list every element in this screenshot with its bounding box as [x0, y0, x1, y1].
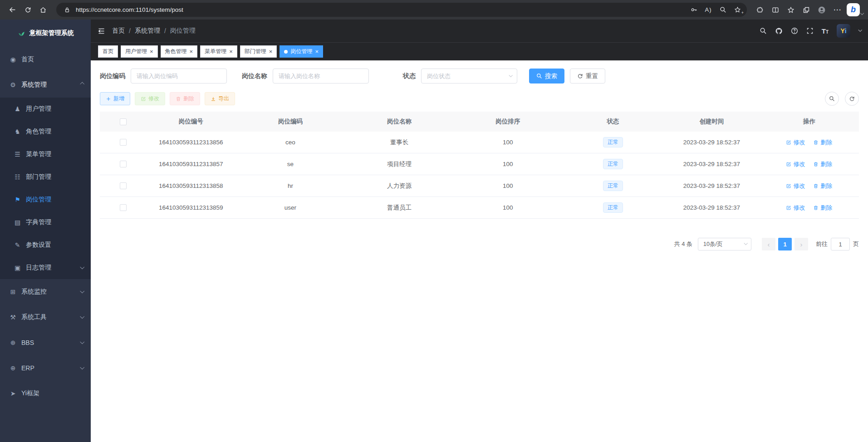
- fullscreen-icon[interactable]: [806, 27, 814, 34]
- goto-page-input[interactable]: [831, 238, 850, 250]
- browser-refresh-button[interactable]: [20, 2, 35, 18]
- tab-role-management[interactable]: 角色管理×: [161, 45, 198, 58]
- tab-menu-management[interactable]: 菜单管理×: [200, 45, 237, 58]
- delete-action-button[interactable]: 删除: [813, 204, 832, 212]
- address-bar[interactable]: https://ccnetcore.com:1101/system/post A…: [56, 3, 747, 17]
- font-size-icon[interactable]: TT: [822, 28, 829, 34]
- extensions-icon[interactable]: [752, 2, 768, 18]
- profile-avatar[interactable]: [814, 2, 829, 18]
- more-menu-icon[interactable]: ⋯: [829, 2, 845, 18]
- search-icon[interactable]: [760, 27, 767, 34]
- page-number-button[interactable]: 1: [778, 238, 792, 250]
- help-icon[interactable]: [791, 27, 798, 34]
- sidebar-item-user-management[interactable]: ♟ 用户管理: [0, 98, 91, 120]
- next-page-button[interactable]: ›: [794, 238, 808, 250]
- sidebar-item-dept-management[interactable]: ☷ 部门管理: [0, 166, 91, 188]
- sidebar-item-dict-management[interactable]: ▤ 字典管理: [0, 211, 91, 234]
- favorites-icon[interactable]: [783, 2, 799, 18]
- sidebar-fold-icon[interactable]: [98, 27, 105, 35]
- split-screen-icon[interactable]: [768, 2, 783, 18]
- toggle-search-button[interactable]: [825, 92, 839, 106]
- post-name-input[interactable]: [273, 69, 369, 83]
- breadcrumb-home[interactable]: 首页: [112, 27, 125, 35]
- favorites-add-icon[interactable]: +: [731, 4, 744, 16]
- collections-icon[interactable]: [799, 2, 814, 18]
- sidebar-item-param-settings[interactable]: ✎ 参数设置: [0, 234, 91, 256]
- edit-action-button[interactable]: 修改: [786, 138, 805, 147]
- reset-button[interactable]: 重置: [570, 69, 605, 83]
- row-checkbox[interactable]: [120, 182, 127, 189]
- edit-action-button[interactable]: 修改: [786, 204, 805, 212]
- post-code-input[interactable]: [131, 69, 227, 83]
- sidebar-item-bbs[interactable]: ⊕ BBS: [0, 330, 91, 355]
- cell-post-sort: 100: [454, 139, 562, 146]
- table-row: 1641030593112313858 hr 人力资源 100 正常 2023-…: [100, 175, 859, 197]
- edit-button[interactable]: 修改: [135, 92, 165, 105]
- browser-back-button[interactable]: [5, 2, 20, 18]
- user-avatar[interactable]: Yi: [837, 24, 850, 38]
- sidebar-item-system-tools[interactable]: ⚒ 系统工具: [0, 304, 91, 330]
- edit-icon: [786, 205, 791, 211]
- page-size-select[interactable]: 10条/页: [698, 238, 751, 250]
- sidebar-item-log-management[interactable]: ▣ 日志管理: [0, 256, 91, 279]
- cell-post-name: 普通员工: [345, 204, 453, 212]
- copilot-caret-icon[interactable]: [860, 11, 864, 15]
- edit-icon: ✎: [14, 241, 21, 249]
- search-button[interactable]: 搜索: [529, 69, 564, 83]
- sidebar-item-home[interactable]: ◉ 首页: [0, 47, 91, 72]
- avatar-dropdown-icon[interactable]: [858, 28, 862, 32]
- export-button[interactable]: 导出: [205, 92, 235, 105]
- edit-action-button[interactable]: 修改: [786, 182, 805, 190]
- zoom-icon[interactable]: [716, 4, 730, 16]
- cell-post-code: ceo: [235, 139, 345, 146]
- close-icon[interactable]: ×: [315, 49, 319, 54]
- url-text[interactable]: https://ccnetcore.com:1101/system/post: [76, 6, 687, 13]
- table-header-row: 岗位编号 岗位编码 岗位名称 岗位排序 状态 创建时间 操作: [100, 112, 859, 132]
- select-all-checkbox[interactable]: [120, 118, 127, 125]
- close-icon[interactable]: ×: [150, 49, 153, 54]
- password-key-icon[interactable]: [687, 4, 701, 16]
- sidebar-item-erp[interactable]: ⊕ ERP: [0, 355, 91, 381]
- browser-home-button[interactable]: [35, 2, 51, 18]
- prev-page-button[interactable]: ‹: [762, 238, 775, 250]
- table-refresh-button[interactable]: [845, 92, 859, 106]
- delete-button[interactable]: 删除: [170, 92, 200, 105]
- log-icon: ▣: [14, 264, 21, 271]
- search-icon: [536, 73, 542, 79]
- add-button[interactable]: 新增: [100, 92, 130, 105]
- app: 意框架管理系统 ◉ 首页 ⚙ 系统管理 ♟ 用户管理: [0, 20, 868, 442]
- status-select[interactable]: 岗位状态: [421, 69, 517, 83]
- breadcrumb-system-management[interactable]: 系统管理: [135, 27, 160, 35]
- edit-action-button[interactable]: 修改: [786, 160, 805, 168]
- cell-post-name: 人力资源: [345, 182, 453, 190]
- sidebar-menu: ◉ 首页 ⚙ 系统管理 ♟ 用户管理 ♞ 角色管理: [0, 47, 91, 442]
- cell-created-time: 2023-03-29 18:52:37: [664, 182, 760, 189]
- delete-action-button[interactable]: 删除: [813, 160, 832, 168]
- read-aloud-icon[interactable]: A): [701, 4, 715, 16]
- row-checkbox[interactable]: [120, 161, 127, 167]
- sidebar-item-system-management[interactable]: ⚙ 系统管理: [0, 72, 91, 98]
- close-icon[interactable]: ×: [269, 49, 273, 54]
- sidebar-item-system-monitor[interactable]: ⊞ 系统监控: [0, 279, 91, 304]
- sidebar-item-yi-framework[interactable]: ➤ Yi框架: [0, 381, 91, 406]
- tab-user-management[interactable]: 用户管理×: [121, 45, 158, 58]
- close-icon[interactable]: ×: [229, 49, 233, 54]
- breadcrumb-current: 岗位管理: [170, 27, 196, 35]
- close-icon[interactable]: ×: [190, 49, 193, 54]
- delete-action-button[interactable]: 删除: [813, 138, 832, 147]
- tab-post-management[interactable]: 岗位管理×: [280, 45, 323, 58]
- sidebar-item-post-management[interactable]: ⚑ 岗位管理: [0, 188, 91, 211]
- row-checkbox[interactable]: [120, 139, 127, 146]
- tab-dept-management[interactable]: 部门管理×: [240, 45, 277, 58]
- site-info-icon[interactable]: [63, 5, 72, 15]
- tab-home[interactable]: 首页: [98, 45, 118, 58]
- sidebar-item-menu-management[interactable]: ☰ 菜单管理: [0, 143, 91, 166]
- status-badge: 正常: [603, 137, 623, 147]
- sidebar-item-role-management[interactable]: ♞ 角色管理: [0, 120, 91, 143]
- row-checkbox[interactable]: [120, 204, 127, 211]
- github-icon[interactable]: [775, 27, 783, 35]
- chevron-down-icon: [80, 314, 84, 319]
- copilot-icon[interactable]: b: [847, 3, 860, 16]
- edit-icon: [786, 183, 791, 189]
- delete-action-button[interactable]: 删除: [813, 182, 832, 190]
